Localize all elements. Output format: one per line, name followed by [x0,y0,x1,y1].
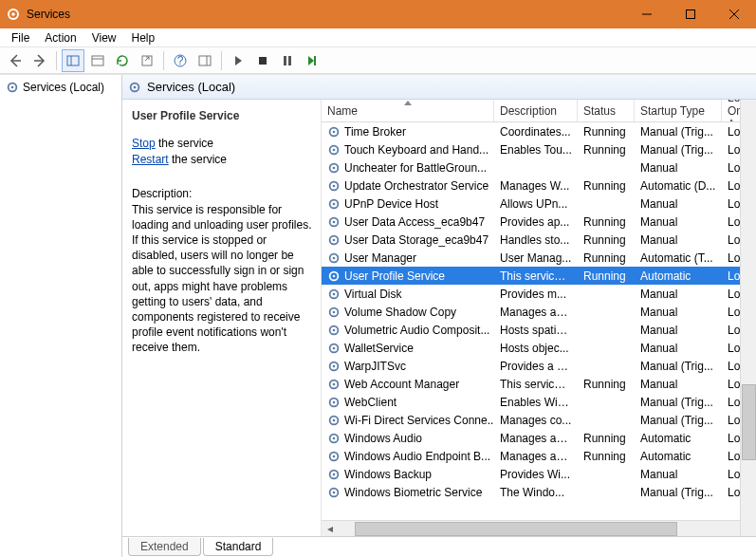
col-description[interactable]: Description [494,100,578,121]
gear-icon [327,414,341,427]
cell-description: This service ... [494,378,578,391]
forward-button[interactable] [28,49,51,72]
back-button[interactable] [4,49,27,72]
service-row[interactable]: Windows BackupProvides Wi...ManualLoc [322,465,756,483]
show-hide-tree-button[interactable] [62,49,84,72]
svg-point-52 [333,364,336,367]
cell-name: WebClient [322,396,494,409]
svg-point-66 [333,491,336,493]
svg-point-44 [333,292,336,295]
vertical-scrollbar[interactable] [740,100,756,536]
close-button[interactable] [712,0,756,28]
scroll-thumb-v[interactable] [742,384,756,460]
cell-description: Provides m... [494,288,578,301]
cell-description: This service ... [494,269,578,283]
svg-point-62 [333,455,336,457]
gear-icon [327,378,341,391]
service-row[interactable]: Uncheater for BattleGroun...ManualLoc [322,158,756,176]
menu-action[interactable]: Action [37,29,83,46]
service-row[interactable]: Windows Biometric ServiceThe Windo...Man… [322,483,756,501]
service-row[interactable]: Windows AudioManages au...RunningAutomat… [322,429,756,447]
tab-extended[interactable]: Extended [128,538,201,556]
maximize-button[interactable] [669,0,712,28]
service-row[interactable]: User Data Storage_eca9b47Handles sto...R… [322,231,756,249]
scroll-thumb[interactable] [355,522,677,536]
pane-title: Services (Local) [147,80,235,94]
horizontal-scrollbar[interactable]: ◂ ▸ [322,520,756,536]
tree-pane: Services (Local) [0,75,122,557]
service-row[interactable]: UPnP Device HostAllows UPn...ManualLoc [322,195,756,213]
service-row[interactable]: User Data Access_eca9b47Provides ap...Ru… [322,213,756,231]
cell-status: Running [578,215,635,229]
stop-service-button[interactable] [251,49,274,72]
svg-point-60 [333,436,336,439]
stop-link[interactable]: Stop [132,137,156,150]
tab-standard[interactable]: Standard [203,538,274,556]
menubar: File Action View Help [0,28,756,47]
menu-help[interactable]: Help [124,29,163,46]
view-tabs: Extended Standard [122,536,756,557]
refresh-button[interactable] [111,49,134,72]
service-row[interactable]: User Profile ServiceThis service ...Runn… [322,267,756,285]
svg-point-48 [333,328,336,331]
service-row[interactable]: User ManagerUser Manag...RunningAutomati… [322,249,756,267]
service-row[interactable]: Time BrokerCoordinates...RunningManual (… [322,122,756,140]
cell-startup: Manual [635,306,722,319]
cell-startup: Manual [635,197,722,211]
cell-description: Manages au... [494,432,578,445]
cell-description: Provides a JI... [494,360,578,373]
svg-point-1 [11,12,15,16]
service-row[interactable]: Windows Audio Endpoint B...Manages au...… [322,447,756,465]
service-row[interactable]: Web Account ManagerThis service ...Runni… [322,375,756,393]
separator [56,51,57,70]
cell-name: Volume Shadow Copy [322,306,494,319]
col-startup[interactable]: Startup Type [635,100,722,121]
start-service-button[interactable] [227,49,249,72]
pause-service-button[interactable] [276,49,299,72]
minimize-button[interactable] [625,0,669,28]
cell-name: Windows Audio [322,432,494,445]
help-button[interactable]: ? [169,49,192,72]
cell-name: Windows Backup [322,468,494,481]
tree-root-services-local[interactable]: Services (Local) [2,79,120,96]
svg-point-30 [333,166,336,169]
cell-startup: Manual (Trig... [635,486,722,499]
cell-status: Running [578,432,635,445]
menu-view[interactable]: View [84,29,124,46]
service-row[interactable]: Volume Shadow CopyManages an...ManualLoc [322,303,756,321]
gear-icon [327,288,341,301]
properties-button[interactable] [86,49,109,72]
svg-point-34 [333,202,336,205]
service-row[interactable]: WarpJITSvcProvides a JI...Manual (Trig..… [322,357,756,375]
cell-status: Running [578,125,635,139]
cell-name: Time Broker [322,125,494,139]
cell-status: Running [578,179,635,193]
service-row[interactable]: Volumetric Audio Composit...Hosts spatia… [322,321,756,339]
service-row[interactable]: WalletServiceHosts objec...ManualLoc [322,339,756,357]
service-row[interactable]: Update Orchestrator ServiceManages W...R… [322,176,756,195]
restart-service-button[interactable] [301,49,323,72]
gear-icon [327,251,341,265]
export-button[interactable] [136,49,158,72]
svg-rect-17 [259,57,267,65]
cell-startup: Manual [635,378,722,391]
col-name[interactable]: Name [322,100,494,121]
cell-status: Running [578,450,635,463]
scroll-left-icon[interactable]: ◂ [322,521,338,537]
gear-icon [327,396,341,409]
service-row[interactable]: Virtual DiskProvides m...ManualLoc [322,285,756,303]
show-hide-action-pane-button[interactable] [194,49,216,72]
gear-icon [327,161,341,175]
cell-description: Manages an... [494,306,578,319]
cell-description: Allows UPn... [494,197,578,211]
svg-point-28 [333,148,336,151]
service-row[interactable]: Touch Keyboard and Hand...Enables Tou...… [322,140,756,158]
service-row[interactable]: WebClientEnables Win...Manual (Trig...Lo… [322,393,756,411]
service-row[interactable]: Wi-Fi Direct Services Conne...Manages co… [322,411,756,429]
cell-name: Windows Audio Endpoint B... [322,450,494,463]
col-status[interactable]: Status [578,100,635,121]
gear-icon [327,269,341,283]
menu-file[interactable]: File [4,29,37,46]
cell-name: Virtual Disk [322,288,494,301]
restart-link[interactable]: Restart [132,153,169,166]
